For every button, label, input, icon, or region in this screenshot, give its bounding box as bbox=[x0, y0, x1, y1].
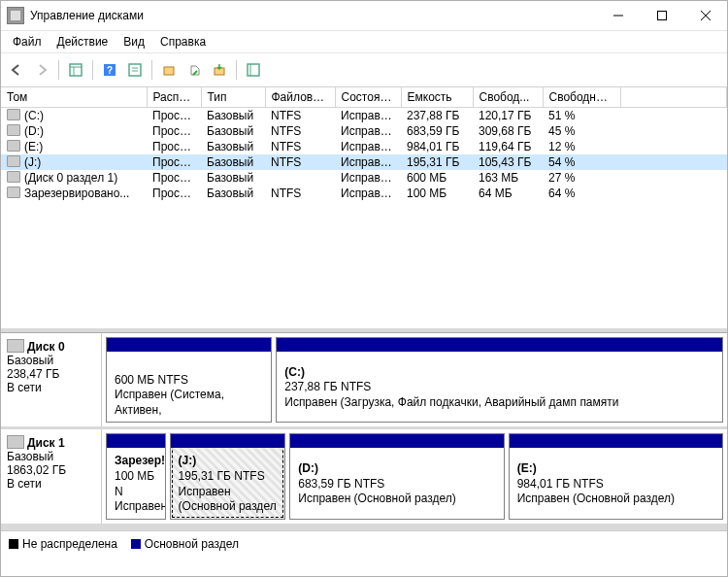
partition-bar bbox=[290, 434, 503, 448]
cell: (C:) bbox=[1, 108, 147, 124]
cell: 119,64 ГБ bbox=[473, 139, 543, 154]
action-button-3[interactable] bbox=[208, 58, 231, 82]
minimize-button[interactable] bbox=[596, 1, 640, 30]
cell: Базовый bbox=[201, 154, 265, 170]
forward-button[interactable] bbox=[30, 58, 53, 82]
toolbar-separator bbox=[58, 60, 59, 80]
column-header[interactable]: Емкость bbox=[401, 87, 473, 108]
volume-icon bbox=[7, 187, 20, 198]
table-header-row: ТомРасполо...ТипФайловая с...СостояниеЕм… bbox=[1, 87, 727, 108]
titlebar: Управление дисками bbox=[1, 1, 727, 31]
svg-rect-9 bbox=[129, 64, 141, 76]
cell: Простой bbox=[147, 170, 201, 186]
partition-bar bbox=[107, 434, 165, 448]
svg-rect-4 bbox=[70, 64, 82, 76]
cell: NTFS bbox=[265, 123, 335, 139]
cell: 237,88 ГБ bbox=[401, 108, 473, 124]
menu-справка[interactable]: Справка bbox=[152, 33, 214, 51]
cell: Базовый bbox=[201, 186, 265, 201]
cell: 600 МБ bbox=[401, 170, 473, 186]
toolbar-separator bbox=[151, 60, 152, 80]
volume-icon bbox=[7, 171, 20, 183]
disk-label[interactable]: Диск 0Базовый238,47 ГБВ сети bbox=[1, 333, 102, 426]
cell: Исправен... bbox=[335, 139, 401, 154]
settings-button[interactable] bbox=[242, 58, 265, 82]
cell: Простой bbox=[147, 186, 201, 201]
maximize-button[interactable] bbox=[640, 1, 683, 30]
cell: Базовый bbox=[201, 139, 265, 154]
svg-rect-12 bbox=[164, 67, 174, 75]
column-header[interactable]: Том bbox=[1, 87, 147, 108]
close-button[interactable] bbox=[683, 1, 727, 30]
volume-row[interactable]: (C:)ПростойБазовыйNTFSИсправен...237,88 … bbox=[1, 108, 727, 124]
column-header[interactable]: Состояние bbox=[335, 87, 401, 108]
volume-row[interactable]: (D:)ПростойБазовыйNTFSИсправен...683,59 … bbox=[1, 123, 727, 139]
cell: 100 МБ bbox=[401, 186, 473, 201]
partition[interactable]: (D:)683,59 ГБ NTFSИсправен (Основной раз… bbox=[289, 433, 504, 519]
cell: Базовый bbox=[201, 123, 265, 139]
cell: 45 % bbox=[543, 123, 620, 139]
disk-label[interactable]: Диск 1Базовый1863,02 ГБВ сети bbox=[1, 429, 102, 523]
view-button[interactable] bbox=[64, 58, 87, 82]
legend-primary-label: Основной раздел bbox=[145, 537, 239, 551]
column-header[interactable]: Свобод... bbox=[473, 87, 543, 108]
help-button[interactable]: ? bbox=[98, 58, 121, 82]
cell: NTFS bbox=[265, 108, 335, 124]
menu-действие[interactable]: Действие bbox=[50, 33, 116, 51]
legend: Не распределена Основной раздел bbox=[1, 530, 727, 557]
cell bbox=[265, 170, 335, 186]
window-title: Управление дисками bbox=[30, 9, 596, 22]
menu-файл[interactable]: Файл bbox=[5, 33, 50, 51]
volume-icon bbox=[7, 140, 20, 152]
refresh-button[interactable] bbox=[123, 58, 147, 82]
cell bbox=[620, 154, 727, 170]
legend-primary: Основной раздел bbox=[131, 537, 239, 551]
cell: NTFS bbox=[265, 186, 335, 201]
toolbar-separator bbox=[92, 60, 93, 80]
volume-row[interactable]: (Диск 0 раздел 1)ПростойБазовыйИсправен.… bbox=[1, 170, 727, 186]
partition[interactable]: 600 МБ NTFSИсправен (Система, Активен, bbox=[106, 337, 272, 423]
volume-row[interactable]: (J:)ПростойБазовыйNTFSИсправен...195,31 … bbox=[1, 154, 727, 170]
back-button[interactable] bbox=[5, 58, 28, 82]
disk-management-window: Управление дисками ФайлДействиеВидСправк… bbox=[0, 0, 728, 577]
disk-row: Диск 0Базовый238,47 ГБВ сети 600 МБ NTFS… bbox=[1, 333, 727, 429]
graphical-view: Диск 0Базовый238,47 ГБВ сети 600 МБ NTFS… bbox=[1, 332, 727, 526]
column-header[interactable]: Располо... bbox=[147, 87, 201, 108]
partition-bar bbox=[510, 434, 722, 448]
cell bbox=[620, 123, 727, 139]
column-header[interactable]: Тип bbox=[201, 87, 265, 108]
cell: Простой bbox=[147, 123, 201, 139]
menu-вид[interactable]: Вид bbox=[116, 33, 152, 51]
cell: Зарезервировано... bbox=[1, 186, 147, 201]
cell: 163 МБ bbox=[473, 170, 543, 186]
volume-row[interactable]: Зарезервировано...ПростойБазовыйNTFSИспр… bbox=[1, 186, 727, 201]
partition[interactable]: (J:)195,31 ГБ NTFSИсправен (Основной раз… bbox=[170, 433, 286, 519]
cell: Базовый bbox=[201, 108, 265, 124]
cell: 51 % bbox=[543, 108, 620, 124]
partitions: 600 МБ NTFSИсправен (Система, Активен,(C… bbox=[102, 333, 727, 426]
cell bbox=[620, 108, 727, 124]
cell: (E:) bbox=[1, 139, 147, 154]
cell bbox=[620, 186, 727, 201]
partition[interactable]: Зарезер!100 МБ NИсправен bbox=[106, 433, 166, 519]
svg-rect-1 bbox=[657, 12, 666, 20]
legend-unallocated: Не распределена bbox=[9, 537, 117, 551]
action-button-2[interactable] bbox=[182, 58, 206, 82]
partition[interactable]: (C:)237,88 ГБ NTFSИсправен (Загрузка, Фа… bbox=[276, 337, 723, 423]
column-header[interactable]: Файловая с... bbox=[265, 87, 335, 108]
cell: Базовый bbox=[201, 170, 265, 186]
cell: 984,01 ГБ bbox=[401, 139, 473, 154]
cell: 120,17 ГБ bbox=[473, 108, 543, 124]
action-button-1[interactable] bbox=[157, 58, 181, 82]
column-header[interactable]: Свободно % bbox=[543, 87, 620, 108]
partition[interactable]: (E:)984,01 ГБ NTFSИсправен (Основной раз… bbox=[509, 433, 723, 519]
cell: Исправен... bbox=[335, 170, 401, 186]
cell: 309,68 ГБ bbox=[473, 123, 543, 139]
disk-icon bbox=[7, 435, 24, 449]
cell bbox=[620, 170, 727, 186]
volume-icon bbox=[7, 109, 20, 120]
volume-icon bbox=[7, 155, 20, 167]
volume-row[interactable]: (E:)ПростойБазовыйNTFSИсправен...984,01 … bbox=[1, 139, 727, 154]
menubar: ФайлДействиеВидСправка bbox=[1, 31, 727, 53]
volume-list: ТомРасполо...ТипФайловая с...СостояниеЕм… bbox=[1, 87, 727, 332]
